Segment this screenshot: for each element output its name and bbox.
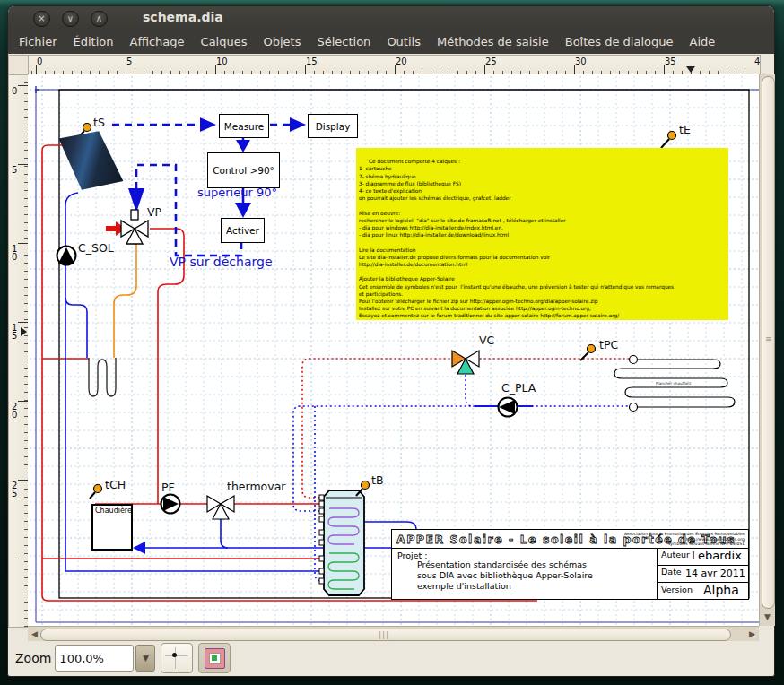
ruler-corner (8, 55, 30, 76)
snap-to-objects-button[interactable] (198, 643, 231, 673)
hruler-label: 10 (216, 56, 228, 66)
tank-ports (319, 495, 324, 584)
vruler-label: 0 (12, 87, 19, 95)
pipe-blue-coil-branch[interactable] (65, 298, 87, 358)
cartouche[interactable]: APPER Solaire - Le soleil à la portée de… (391, 529, 749, 600)
pipe-blue-boiler-return[interactable] (144, 522, 416, 548)
ts-label[interactable]: tS (93, 116, 105, 129)
pipe-red-dotted-radiator[interactable] (302, 359, 633, 498)
thermovar-valve[interactable] (207, 496, 234, 519)
pipe-orange-vp-discharge[interactable] (114, 241, 136, 358)
yellow-note[interactable]: Ce document comporte 4 calques : 1- cart… (356, 148, 728, 320)
tch-sensor[interactable] (90, 485, 102, 499)
superieur-text[interactable]: superieur 90° (197, 186, 277, 199)
auteur-value: Lebardix (692, 549, 742, 562)
hruler-label: 20 (396, 56, 407, 66)
titlebar[interactable]: × ∨ ∧ schema.dia (8, 6, 774, 30)
arrow-blue-into-boiler (133, 542, 145, 554)
chaudiere-label: Chaudière (95, 507, 132, 515)
window-title: schema.dia (143, 10, 223, 24)
snap-icon (205, 648, 225, 669)
vruler-position-marker (21, 327, 27, 336)
menu-fichier[interactable]: Fichier (12, 31, 65, 52)
diagram-canvas[interactable]: Plancher chauffant Ce document comporte … (28, 74, 759, 626)
scroll-left-icon[interactable]: ◀ (31, 629, 38, 638)
zoom-dropdown-icon[interactable]: ▼ (135, 645, 155, 672)
tb-label[interactable]: tB (371, 473, 383, 487)
hruler-label: 15 (306, 56, 318, 66)
hscroll-thumb[interactable]: ||| (40, 629, 731, 641)
vruler-label: 10 (12, 245, 19, 261)
hruler-label: 30 (575, 56, 587, 66)
tch-label[interactable]: tCH (105, 478, 126, 491)
cartouche-association: Association Pour la Promotion des Energi… (624, 532, 745, 547)
vp-valve[interactable] (106, 210, 148, 244)
horizontal-scrollbar[interactable]: ◀ ||| ▶ (28, 626, 759, 642)
hruler-label: 25 (485, 56, 497, 66)
vruler-label: 25 (12, 481, 19, 498)
c-pla-label[interactable]: C_PLA (501, 381, 536, 395)
c-sol-pump[interactable] (57, 247, 76, 265)
storage-tank[interactable] (319, 490, 364, 595)
hruler-label: 35 (665, 56, 676, 66)
floor-heating-serpentine[interactable]: Plancher chauffant (614, 356, 735, 412)
hruler-label: 0 (37, 56, 42, 66)
maximize-icon[interactable]: ∧ (91, 11, 108, 27)
vscroll-thumb[interactable]: ≡ (762, 76, 775, 609)
te-sensor[interactable] (661, 132, 676, 149)
scroll-down-icon[interactable]: ▼ (764, 612, 771, 621)
measure-box[interactable]: Measure (219, 114, 269, 138)
menu-boites[interactable]: Boîtes de dialogue (558, 31, 681, 52)
menu-edition[interactable]: Édition (66, 31, 121, 52)
projet-line: sous DIA avec bibliothèque Apper-Solaire (417, 570, 593, 580)
c-sol-label[interactable]: C_SOL (78, 241, 114, 255)
menu-affichage[interactable]: Affichage (122, 31, 191, 52)
zoom-label: Zoom (15, 651, 51, 665)
control-box[interactable]: Control >90° (207, 152, 280, 188)
pf-pump[interactable] (161, 495, 180, 514)
horizontal-ruler: 0 5 10 15 20 25 30 35 4 (28, 55, 761, 76)
heat-exchanger-coil[interactable] (89, 358, 116, 396)
te-label[interactable]: tE (679, 123, 691, 136)
c-pla-pump[interactable] (499, 398, 518, 417)
tb-sensor[interactable] (356, 481, 370, 497)
display-box[interactable]: Display (308, 114, 358, 138)
close-icon[interactable]: × (33, 11, 50, 27)
menubar: Fichier Édition Affichage Calques Objets… (8, 30, 774, 54)
menu-methodes[interactable]: Méthodes de saisie (430, 31, 556, 52)
vruler-label: 5 (12, 166, 19, 174)
minimize-icon[interactable]: ∨ (62, 11, 79, 27)
pf-label[interactable]: PF (161, 481, 175, 494)
hruler-label: 4 (754, 56, 760, 66)
scroll-right-icon[interactable]: ▶ (749, 629, 755, 638)
vertical-scrollbar[interactable]: ≡ ▼ (759, 74, 775, 626)
thermovar-label[interactable]: thermovar (227, 480, 285, 493)
dia-window: × ∨ ∧ schema.dia Fichier Édition Afficha… (7, 5, 775, 677)
vruler-label: 20 (12, 403, 19, 419)
zoom-input[interactable] (55, 645, 134, 672)
chaudiere-box[interactable]: Chaudière (91, 504, 133, 551)
pipe-red-vp-drop[interactable] (150, 229, 184, 504)
grid-toggle-button[interactable] (161, 643, 193, 673)
vp-label[interactable]: VP (147, 205, 161, 219)
tpc-label[interactable]: tPC (599, 338, 618, 351)
serpentine-label: Plancher chauffant (656, 381, 692, 386)
yellow-note-text: Ce document comporte 4 calques : 1- cart… (359, 159, 674, 318)
auteur-label: Auteur (661, 550, 690, 559)
menu-objets[interactable]: Objets (256, 31, 308, 52)
pipe-blue-dotted-tank-bottom[interactable] (315, 406, 324, 581)
vp-decharge-text[interactable]: VP sur décharge (170, 255, 273, 269)
menu-selection[interactable]: Sélection (309, 31, 378, 52)
version-label: Version (661, 585, 693, 594)
statusbar: Zoom ▼ (8, 641, 774, 675)
menu-calques[interactable]: Calques (194, 31, 255, 52)
vruler-label: 15 (12, 324, 19, 340)
vc-valve[interactable] (452, 351, 479, 374)
vc-label[interactable]: VC (479, 334, 494, 347)
grid-icon (175, 647, 176, 669)
menu-outils[interactable]: Outils (379, 31, 428, 52)
version-value: Alpha (703, 583, 739, 597)
activer-box[interactable]: Activer (221, 218, 265, 243)
menu-aide[interactable]: Aide (683, 31, 723, 52)
vertical-ruler: 0 5 10 15 20 25 (8, 74, 30, 628)
